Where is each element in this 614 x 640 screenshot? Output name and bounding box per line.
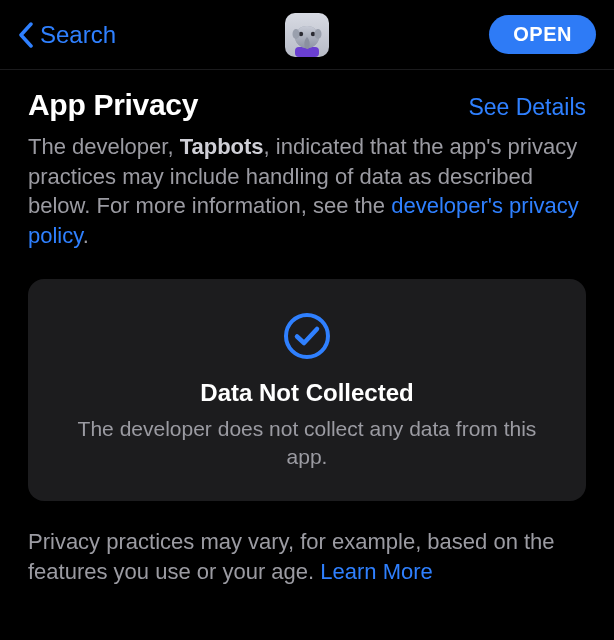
chevron-left-icon bbox=[18, 22, 34, 48]
desc-suffix: . bbox=[83, 223, 89, 248]
footer-text: Privacy practices may vary, for example,… bbox=[28, 529, 555, 584]
section-title: App Privacy bbox=[28, 88, 198, 122]
data-not-collected-card: Data Not Collected The developer does no… bbox=[28, 279, 586, 502]
svg-point-6 bbox=[315, 29, 322, 39]
card-title: Data Not Collected bbox=[56, 379, 558, 407]
learn-more-link[interactable]: Learn More bbox=[320, 559, 433, 584]
back-label: Search bbox=[40, 21, 116, 49]
desc-prefix: The developer, bbox=[28, 134, 180, 159]
nav-bar: Search OPEN bbox=[0, 0, 614, 70]
app-icon[interactable] bbox=[285, 13, 329, 57]
content: App Privacy See Details The developer, T… bbox=[0, 70, 614, 587]
svg-point-5 bbox=[293, 29, 300, 39]
privacy-description: The developer, Tapbots, indicated that t… bbox=[28, 132, 586, 251]
back-button[interactable]: Search bbox=[18, 21, 116, 49]
see-details-link[interactable]: See Details bbox=[468, 94, 586, 121]
footer-note: Privacy practices may vary, for example,… bbox=[28, 527, 586, 586]
open-button[interactable]: OPEN bbox=[489, 15, 596, 54]
mastodon-elephant-icon bbox=[287, 17, 327, 57]
svg-point-7 bbox=[286, 315, 328, 357]
card-subtitle: The developer does not collect any data … bbox=[56, 415, 558, 472]
section-header: App Privacy See Details bbox=[28, 88, 586, 122]
check-circle-icon bbox=[56, 311, 558, 361]
developer-name: Tapbots bbox=[180, 134, 264, 159]
